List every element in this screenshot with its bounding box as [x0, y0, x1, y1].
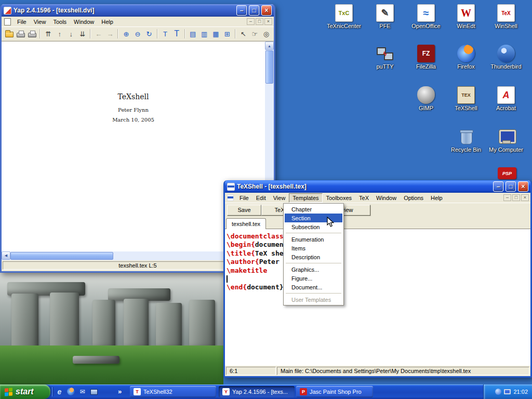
menu-help[interactable]: Help: [98, 17, 117, 26]
menu-edit[interactable]: Edit: [252, 193, 270, 203]
psp-icon[interactable]: PSP: [498, 167, 516, 179]
quick-launch-handle[interactable]: [52, 387, 54, 396]
menu-view[interactable]: View: [270, 193, 289, 203]
texniccenter-icon: TxC: [335, 4, 353, 22]
mdi-close-button[interactable]: ×: [521, 194, 529, 201]
minimize-button[interactable]: –: [493, 181, 503, 192]
menu-window[interactable]: Window: [373, 193, 400, 203]
taskbar-task-texshell32[interactable]: T TeXShell32: [130, 386, 216, 397]
view-grid-button[interactable]: ⊞: [222, 28, 233, 39]
templates-menu-item-figure[interactable]: Figure...: [285, 274, 342, 283]
tab-texshell-tex[interactable]: texshell.tex: [226, 218, 266, 229]
menu-window[interactable]: Window: [70, 17, 98, 26]
firefox-quick-icon[interactable]: [66, 387, 75, 396]
desktop-icon-thunderbird[interactable]: Thunderbird: [486, 45, 526, 70]
taskbar-task-paint-shop-pro[interactable]: P Jasc Paint Shop Pro: [296, 386, 373, 397]
tray-display-icon[interactable]: [504, 389, 511, 394]
menu-options[interactable]: Options: [400, 193, 427, 203]
menu-templates[interactable]: Templates: [289, 193, 322, 203]
desktop-icon-putty[interactable]: ϟ puTTY: [365, 45, 405, 70]
mdi-close-button[interactable]: ×: [264, 18, 272, 25]
desktop-icon-gimp[interactable]: GIMP: [406, 86, 446, 111]
yap-task-icon: Y: [222, 388, 230, 395]
desktop-icon-firefox[interactable]: Firefox: [446, 45, 486, 70]
desktop-icon-winedt[interactable]: W WinEdt: [446, 4, 486, 29]
templates-menu-item-chapter[interactable]: Chapter: [285, 205, 342, 214]
templates-menu-item-enumeration[interactable]: Enumeration: [285, 235, 342, 244]
icon-glyph: ϟ: [383, 50, 387, 58]
view-facing-button[interactable]: ▥: [199, 28, 210, 39]
last-page-button[interactable]: ⇊: [77, 28, 88, 39]
desktop-icon-winshell[interactable]: TeX WinShell: [486, 4, 526, 29]
texshell-titlebar[interactable]: TeXShell - [texshell.tex] – □ ×: [225, 180, 530, 193]
close-button[interactable]: ×: [261, 5, 272, 16]
yap-window-title: Yap 2.4.1596 - [texshell.dvi]: [14, 7, 234, 14]
mdi-minimize-button[interactable]: –: [503, 194, 511, 201]
forward-button[interactable]: →: [104, 28, 115, 39]
scroll-up-button[interactable]: ▲: [265, 42, 274, 50]
menu-tools[interactable]: Tools: [49, 17, 70, 26]
zoom-in-button[interactable]: ⊕: [121, 28, 131, 39]
view-single-button[interactable]: ▤: [188, 28, 198, 39]
print-button[interactable]: [15, 28, 26, 39]
print-preview-button[interactable]: [26, 28, 37, 39]
desktop-icon-label: Thunderbird: [486, 63, 526, 70]
code-editor[interactable]: \documentclass{ \begin{document \title{T…: [225, 229, 530, 366]
menu-view[interactable]: View: [30, 17, 50, 26]
ruler-tool-button[interactable]: T: [160, 28, 171, 39]
desktop-icon-my-computer[interactable]: My Computer: [486, 128, 526, 153]
menu-toolboxes[interactable]: Toolboxes: [323, 193, 356, 203]
mdi-minimize-button[interactable]: –: [247, 18, 255, 25]
templates-menu-item-graphics[interactable]: Graphics...: [285, 265, 342, 274]
mdi-restore-button[interactable]: □: [512, 194, 520, 201]
open-button[interactable]: [4, 28, 15, 39]
zoom-out-button[interactable]: ⊖: [132, 28, 143, 39]
text-tool-button[interactable]: T: [171, 28, 182, 39]
mail-quick-icon[interactable]: ✉: [78, 387, 87, 396]
previous-page-button[interactable]: ↑: [54, 28, 65, 39]
desktop-icon-acrobat[interactable]: A Acrobat: [486, 86, 526, 111]
desktop-icon-texniccenter[interactable]: TxC TeXnicCenter: [324, 4, 364, 29]
menu-tex[interactable]: TeX: [355, 193, 373, 203]
redraw-button[interactable]: ↻: [144, 28, 155, 39]
menu-file[interactable]: File: [14, 17, 30, 26]
maximize-button[interactable]: □: [506, 181, 516, 192]
scrollbar-thumb[interactable]: [265, 50, 273, 84]
save-button[interactable]: Save: [227, 205, 261, 216]
tray-status-icon[interactable]: [495, 389, 501, 395]
desktop[interactable]: TxC TeXnicCenter ✎ PFE ≈ OpenOffice W Wi…: [0, 0, 532, 399]
next-page-button[interactable]: ↓: [65, 28, 76, 39]
taskbar-task-yap[interactable]: Y Yap 2.4.1596 - [texs...: [219, 386, 295, 397]
view-continuous-button[interactable]: ▦: [210, 28, 221, 39]
templates-menu-item-items[interactable]: Items: [285, 244, 342, 252]
menu-help[interactable]: Help: [427, 193, 446, 203]
internet-explorer-icon[interactable]: e: [55, 387, 64, 396]
desktop-icon-pfe[interactable]: ✎ PFE: [365, 4, 405, 29]
maximize-button[interactable]: □: [249, 5, 259, 16]
mdi-restore-button[interactable]: □: [256, 18, 263, 25]
yap-titlebar[interactable]: Yap 2.4.1596 - [texshell.dvi] – □ ×: [2, 4, 274, 17]
quick-launch-overflow-chevron[interactable]: »: [115, 387, 124, 396]
show-desktop-icon[interactable]: [89, 387, 98, 396]
scrollbar-thumb[interactable]: [10, 252, 113, 260]
templates-menu-item-document[interactable]: Document...: [285, 283, 342, 291]
templates-menu-item-description[interactable]: Description: [285, 252, 342, 261]
close-button[interactable]: ×: [518, 181, 528, 192]
templates-menu-item-user-templates[interactable]: User Templates: [285, 295, 342, 304]
scroll-left-button[interactable]: ◀: [2, 251, 10, 260]
clock: 21:02: [513, 389, 528, 395]
minimize-button[interactable]: –: [236, 5, 247, 16]
first-page-button[interactable]: ⇈: [43, 28, 54, 39]
menu-separator: [286, 233, 341, 233]
desktop-icon-openoffice[interactable]: ≈ OpenOffice: [406, 4, 446, 29]
magnifier-tool-button[interactable]: ◎: [261, 28, 272, 39]
desktop-icon-filezilla[interactable]: FZ FileZilla: [406, 45, 446, 70]
desktop-icon-recycle-bin[interactable]: Recycle Bin: [446, 128, 486, 153]
desktop-icon-texshell[interactable]: TEX TeXShell: [446, 86, 486, 111]
hand-tool-button[interactable]: ☞: [249, 28, 260, 39]
code-line: \end{document}: [227, 283, 530, 291]
back-button[interactable]: ←: [93, 28, 104, 39]
menu-file[interactable]: File: [236, 193, 252, 203]
select-tool-button[interactable]: ↖: [238, 28, 249, 39]
start-button[interactable]: start: [0, 384, 50, 399]
